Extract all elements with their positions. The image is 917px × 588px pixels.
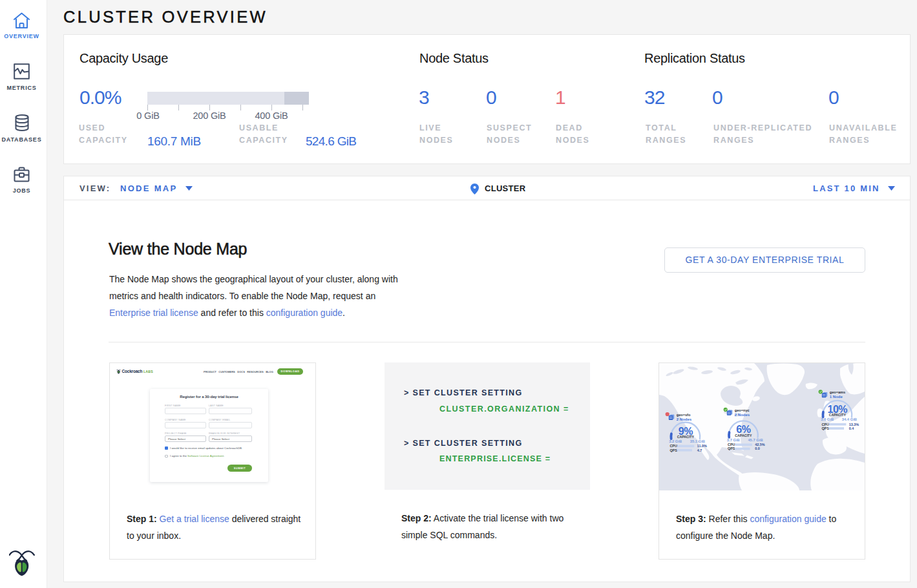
svg-text:3.6 GiB: 3.6 GiB bbox=[821, 417, 834, 421]
svg-text:geo=ams: geo=ams bbox=[830, 390, 845, 394]
svg-text:CAPACITY: CAPACITY bbox=[735, 434, 752, 437]
svg-text:1 Node: 1 Node bbox=[830, 395, 843, 399]
svg-text:2 Nodes: 2 Nodes bbox=[677, 417, 692, 421]
svg-text:CPU: CPU bbox=[669, 444, 677, 448]
svg-text:2 Nodes: 2 Nodes bbox=[735, 413, 750, 417]
svg-text:11.0%: 11.0% bbox=[697, 444, 707, 448]
svg-text:CAPACITY: CAPACITY bbox=[677, 435, 695, 439]
svg-text:geo=sfo: geo=sfo bbox=[677, 413, 691, 417]
svg-text:35.1 GiB: 35.1 GiB bbox=[690, 439, 705, 443]
svg-text:42.5%: 42.5% bbox=[755, 443, 764, 446]
svg-text:QPS: QPS bbox=[821, 426, 829, 430]
svg-text:0.4: 0.4 bbox=[849, 426, 854, 430]
svg-text:QPS: QPS bbox=[728, 446, 735, 450]
svg-text:3.7 GiB: 3.7 GiB bbox=[727, 438, 740, 442]
svg-text:QPS: QPS bbox=[669, 448, 677, 452]
svg-text:34.4 GiB: 34.4 GiB bbox=[842, 417, 857, 421]
svg-text:CAPACITY: CAPACITY bbox=[829, 413, 847, 417]
svg-text:geo=nyc: geo=nyc bbox=[735, 408, 750, 412]
svg-text:45.7 GiB: 45.7 GiB bbox=[748, 438, 763, 442]
svg-text:0.0: 0.0 bbox=[755, 446, 760, 450]
svg-text:CPU: CPU bbox=[728, 443, 735, 446]
svg-text:CPU: CPU bbox=[821, 423, 828, 426]
svg-text:13.3%: 13.3% bbox=[849, 423, 859, 426]
svg-text:4.7: 4.7 bbox=[697, 448, 702, 452]
svg-text:3.2 GiB: 3.2 GiB bbox=[669, 439, 682, 443]
